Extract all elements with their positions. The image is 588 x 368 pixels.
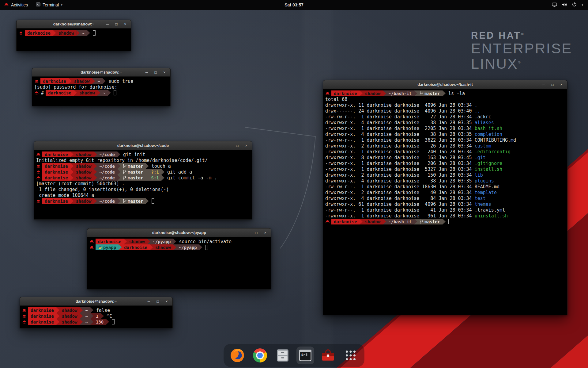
terminal-window[interactable]: darknoise@shadow:~ ─□× darknoiseshadow~ … <box>20 297 173 328</box>
command-text: ls -la <box>446 91 465 96</box>
powerline-arrow <box>173 239 176 244</box>
prompt-segment-path: ~/code <box>97 151 117 157</box>
terminal-window[interactable]: darknoise@shadow:~ ─□× darknoiseshadow~ … <box>32 68 171 106</box>
powerline-arrow <box>56 319 59 325</box>
maximize-button[interactable]: □ <box>155 298 161 305</box>
window-titlebar[interactable]: darknoise@shadow:~/pyapp ─□× <box>87 228 271 237</box>
output-text: README.md <box>475 184 499 190</box>
terminal-cursor <box>112 319 115 324</box>
powerline-arrow <box>56 313 59 319</box>
window-titlebar[interactable]: darknoise@shadow:~ ─□× <box>20 297 172 306</box>
prompt-segment-path: ~ <box>100 90 107 96</box>
close-button[interactable]: × <box>164 298 170 305</box>
prompt-segment-branch: master <box>120 175 146 181</box>
brand-line1: RED HAT <box>471 30 521 41</box>
window-titlebar[interactable]: darknoise@shadow:~/bash-it ─□× <box>323 80 567 89</box>
prompt-segment-exit: 1 <box>93 313 101 319</box>
output-text: drwxrwxr-x. 2 darknoise darknoise 26 Jan… <box>325 143 475 149</box>
powerline-arrow <box>414 219 417 224</box>
terminal-icon[interactable]: $> <box>296 347 314 364</box>
terminal-body[interactable]: darknoiseshadow~ sudo true[sudo] passwor… <box>32 77 170 106</box>
redhat-prompt-icon <box>89 240 94 243</box>
close-button[interactable]: × <box>122 21 128 27</box>
clock[interactable]: Sat 03:57 <box>285 2 303 7</box>
output-text: -rw-rw-r--. 1 darknoise darknoise 41 Jan… <box>325 207 475 213</box>
minimize-button[interactable]: ─ <box>146 298 152 305</box>
prompt-segment-user: darknoise <box>42 151 70 157</box>
redhat-prompt-icon <box>22 308 27 312</box>
maximize-button[interactable]: □ <box>549 82 556 88</box>
redhat-prompt-icon <box>22 320 27 324</box>
close-button[interactable]: × <box>558 82 564 88</box>
prompt-segment-user: darknoise <box>42 198 70 204</box>
close-button[interactable]: × <box>262 230 268 236</box>
window-titlebar[interactable]: darknoise@shadow:~/code ─□× <box>34 141 252 150</box>
terminal-body[interactable]: darknoiseshadow~ falsedarknoiseshadow~1 … <box>20 306 172 328</box>
firefox-icon[interactable] <box>228 347 246 364</box>
powerline-arrow <box>383 219 386 224</box>
prompt-segment-user: darknoise <box>42 175 70 181</box>
window-titlebar[interactable]: darknoise@shadow:~ ─□× <box>32 68 170 77</box>
output-line: -rwxrwxr-x. 1 darknoise darknoise 240 Ja… <box>325 149 565 155</box>
powerline-arrow <box>70 175 74 181</box>
activities-button[interactable]: Activities <box>0 0 32 10</box>
output-line: drwxrwxr-x. 4 darknoise darknoise 38 Jan… <box>325 178 565 184</box>
maximize-button[interactable]: □ <box>113 21 119 27</box>
toolbox-icon[interactable] <box>319 347 337 364</box>
show-apps-icon[interactable] <box>342 347 360 364</box>
chrome-icon[interactable] <box>251 347 269 364</box>
powerline-arrow <box>70 198 74 204</box>
filename-dir: completion <box>475 132 502 137</box>
command-text: git init <box>120 152 145 157</box>
terminal-window[interactable]: darknoise@shadow:~/bash-it ─□× darknoise… <box>323 80 567 315</box>
terminal-body[interactable]: darknoiseshadow~ <box>17 29 131 51</box>
redhat-prompt-icon <box>325 220 330 224</box>
prompt-segment-user: darknoise <box>42 163 70 169</box>
close-button[interactable]: × <box>243 143 249 149</box>
prompt-segment-user: darknoise <box>122 244 150 250</box>
maximize-button[interactable]: □ <box>153 69 159 75</box>
filename-dir: aliases <box>475 120 494 125</box>
prompt-segment-host: shadow <box>56 30 77 36</box>
terminal-body[interactable]: darknoiseshadow~/code git initInitialize… <box>34 150 252 219</box>
output-text: -rwxrwxr-x. 1 darknoise darknoise 961 Ja… <box>325 213 475 219</box>
output-text: drwxrwxr-x. 11 darknoise darknoise 4096 … <box>325 102 475 108</box>
redhat-prompt-icon <box>36 176 41 180</box>
terminal-body[interactable]: darknoiseshadow~/bash-itmaster ls -latot… <box>323 89 567 315</box>
prompt-line: darknoiseshadow~/codemasterS:1 git commi… <box>36 175 250 181</box>
prompt-segment-host: shadow <box>74 175 94 181</box>
minimize-button[interactable]: ─ <box>144 69 150 75</box>
terminal-body[interactable]: darknoiseshadow~/pyapp source bin/activa… <box>87 237 271 289</box>
system-indicators[interactable]: ▾ <box>552 0 588 10</box>
minimize-button[interactable]: ─ <box>244 230 251 236</box>
maximize-button[interactable]: □ <box>234 143 240 149</box>
close-button[interactable]: × <box>161 69 168 75</box>
output-line: -rwxrwxr-x. 1 darknoise darknoise 2205 J… <box>325 125 565 131</box>
prompt-segment-host: shadow <box>363 219 383 224</box>
app-menu[interactable]: Terminal ▾ <box>32 0 66 10</box>
minimize-button[interactable]: ─ <box>225 143 232 149</box>
brand-line2: ENTERPRISE <box>471 41 572 56</box>
command-text: source bin/activate <box>176 239 232 244</box>
prompt-segment-venv: pyapp <box>96 244 119 250</box>
prompt-segment-user: darknoise <box>40 78 69 84</box>
powerline-arrow <box>161 175 164 181</box>
output-line: -rw-rw-r--. 1 darknoise darknoise 3622 J… <box>325 137 565 143</box>
prompt-segment-host: shadow <box>72 78 92 84</box>
files-icon[interactable] <box>274 347 292 364</box>
output-text: -rw-rw-r--. 1 darknoise darknoise 18630 … <box>325 184 475 190</box>
minimize-button[interactable]: ─ <box>541 82 547 88</box>
output-text: -rw-rw-r--. 1 darknoise darknoise 22 Jan… <box>325 114 475 120</box>
output-line: drwxrwxr-x. 2 darknoise darknoise 26 Jan… <box>325 143 565 149</box>
command-text: touch a <box>149 163 171 169</box>
terminal-window[interactable]: darknoise@shadow:~/pyapp ─□× darknoisesh… <box>87 228 271 289</box>
powerline-arrow <box>70 169 74 175</box>
minimize-button[interactable]: ─ <box>104 21 111 27</box>
window-titlebar[interactable]: darknoise@shadow:~ ─□× <box>17 20 131 29</box>
terminal-window[interactable]: darknoise@shadow:~ ─□× darknoiseshadow~ <box>16 20 131 51</box>
output-text: drwxrwxr-x. 2 darknoise darknoise 40 Jan… <box>325 190 475 195</box>
terminal-window[interactable]: darknoise@shadow:~/code ─□× darknoisesha… <box>34 141 252 220</box>
output-line: drwxrwxr-x. 8 darknoise darknoise 163 Ja… <box>325 155 565 160</box>
maximize-button[interactable]: □ <box>253 230 259 236</box>
powerline-arrow <box>117 151 120 157</box>
